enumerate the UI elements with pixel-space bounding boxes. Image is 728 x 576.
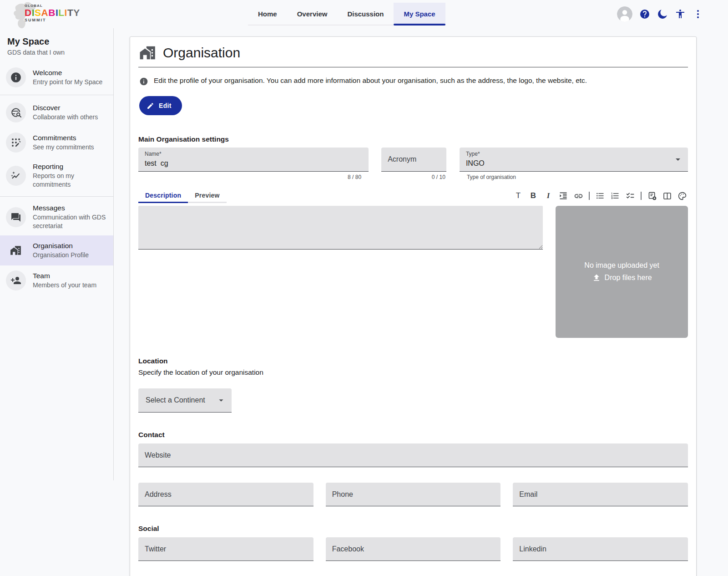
type-select[interactable]: Type* INGO <box>460 148 688 172</box>
note-add-icon[interactable] <box>646 190 658 201</box>
sidebar-item-subtitle: Organisation Profile <box>33 251 89 260</box>
drop-files-text: Drop files here <box>605 274 652 282</box>
topbar: GLOBAL DISABILITY SUMMIT Home Overview D… <box>0 0 728 28</box>
sidebar-item-subtitle: Reports on my commitments <box>33 172 106 189</box>
name-counter: 8 / 80 <box>138 174 369 180</box>
acronym-field[interactable]: Acronym <box>381 148 446 172</box>
upload-icon <box>592 273 601 282</box>
main-nav: Home Overview Discussion My Space <box>248 3 445 25</box>
person-add-icon <box>6 270 26 291</box>
avatar-icon <box>617 6 632 22</box>
pencil-icon <box>147 102 154 110</box>
image-dropzone[interactable]: No image uploaded yet Drop files here <box>556 206 688 338</box>
contact-fields-row: Address Phone Email <box>138 483 688 506</box>
indent-increase-icon[interactable] <box>557 190 569 201</box>
sidebar-item-title: Team <box>33 272 96 280</box>
sidebar-item-discover[interactable]: Discover Collaborate with others <box>0 97 113 127</box>
brand-summit-text: SUMMIT <box>25 18 80 22</box>
home-work-icon <box>6 240 26 260</box>
bulleted-list-icon[interactable] <box>594 190 606 201</box>
format-size-icon[interactable]: T <box>512 190 524 201</box>
phone-label: Phone <box>332 490 353 499</box>
continent-select[interactable]: Select a Continent <box>138 388 232 413</box>
home-work-icon <box>139 44 157 61</box>
location-heading: Location <box>138 357 688 365</box>
type-label: Type* <box>466 151 480 157</box>
sidebar: My Space GDS data that I own Welcome Ent… <box>0 28 114 480</box>
nav-overview[interactable]: Overview <box>287 3 338 25</box>
email-label: Email <box>519 490 537 499</box>
organisation-card: Organisation Edit the profile of your or… <box>130 36 697 576</box>
description-textarea[interactable] <box>138 206 543 250</box>
editor-header: Description Preview T B I <box>138 188 688 203</box>
sidebar-item-subtitle: Communication with GDS secretariat <box>33 213 106 230</box>
name-label: Name* <box>145 151 162 157</box>
sidebar-divider <box>0 196 113 197</box>
sidebar-item-title: Welcome <box>33 69 102 77</box>
link-icon[interactable] <box>572 190 584 201</box>
page-title: Organisation <box>163 45 240 61</box>
avatar[interactable] <box>617 6 632 22</box>
checklist-icon[interactable] <box>624 190 636 201</box>
editor-tabs: Description Preview <box>138 188 227 203</box>
dark-mode-button[interactable] <box>657 9 668 20</box>
sidebar-item-welcome[interactable]: Welcome Entry point for My Space <box>0 62 113 92</box>
editor-toolbar: T B I <box>512 190 688 203</box>
tab-description[interactable]: Description <box>138 188 188 203</box>
info-icon <box>6 67 26 87</box>
nav-home[interactable]: Home <box>248 3 287 25</box>
edit-button-label: Edit <box>159 102 172 109</box>
help-icon <box>639 9 650 20</box>
acronym-label: Acronym <box>388 155 416 163</box>
upload-status-text: No image uploaded yet <box>584 261 659 270</box>
linkedin-field[interactable]: Linkedin <box>513 537 688 561</box>
sidebar-item-organisation[interactable]: Organisation Organisation Profile <box>0 235 113 265</box>
nav-discussion[interactable]: Discussion <box>337 3 394 25</box>
phone-field[interactable]: Phone <box>326 483 501 506</box>
social-heading: Social <box>138 525 688 533</box>
email-field[interactable]: Email <box>513 483 688 506</box>
brand-logo[interactable]: GLOBAL DISABILITY SUMMIT <box>13 1 81 28</box>
more-options-button[interactable] <box>693 9 703 20</box>
page-header: Organisation <box>138 37 688 67</box>
website-label: Website <box>145 451 171 459</box>
italic-icon[interactable]: I <box>542 190 554 201</box>
nav-my-space[interactable]: My Space <box>394 3 445 25</box>
sidebar-item-subtitle: See my commitments <box>33 143 94 152</box>
name-field[interactable]: Name* test cg <box>138 148 369 172</box>
toolbar-divider <box>589 192 590 200</box>
twitter-field[interactable]: Twitter <box>138 537 313 561</box>
insights-icon <box>6 166 26 186</box>
chevron-down-icon <box>216 395 226 405</box>
toolbar-divider <box>641 192 642 200</box>
description-editor-row: No image uploaded yet Drop files here <box>138 206 688 338</box>
type-helper: Type of organisation <box>460 174 688 180</box>
info-banner: Edit the profile of your organisation. Y… <box>138 76 688 86</box>
website-field[interactable]: Website <box>138 443 688 467</box>
sidebar-item-reporting[interactable]: Reporting Reports on my commitments <box>0 158 113 194</box>
contact-heading: Contact <box>138 431 688 439</box>
facebook-field[interactable]: Facebook <box>326 537 501 561</box>
sidebar-item-messages[interactable]: Messages Communication with GDS secretar… <box>0 199 113 235</box>
tab-preview[interactable]: Preview <box>188 188 226 203</box>
edit-button[interactable]: Edit <box>139 96 182 115</box>
sidebar-item-team[interactable]: Team Members of your team <box>0 265 113 296</box>
sidebar-item-subtitle: Collaborate with others <box>33 113 98 122</box>
acronym-counter: 0 / 10 <box>381 174 446 180</box>
bold-icon[interactable]: B <box>527 190 539 201</box>
help-button[interactable] <box>639 9 650 20</box>
settings-heading: Main Organisation settings <box>138 135 688 143</box>
type-value: INGO <box>466 159 485 168</box>
address-field[interactable]: Address <box>138 483 313 506</box>
linkedin-label: Linkedin <box>519 545 546 553</box>
info-text: Edit the profile of your organisation. Y… <box>154 76 587 85</box>
address-label: Address <box>145 490 172 499</box>
palette-icon[interactable] <box>676 190 688 201</box>
social-fields-row: Twitter Facebook Linkedin <box>138 537 688 561</box>
columns-icon[interactable] <box>661 190 673 201</box>
numbered-list-icon[interactable] <box>609 190 621 201</box>
accessibility-button[interactable] <box>675 9 686 20</box>
sidebar-item-title: Reporting <box>33 163 106 171</box>
sidebar-item-commitments[interactable]: Commitments See my commitments <box>0 127 113 158</box>
sidebar-item-title: Commitments <box>33 134 94 142</box>
